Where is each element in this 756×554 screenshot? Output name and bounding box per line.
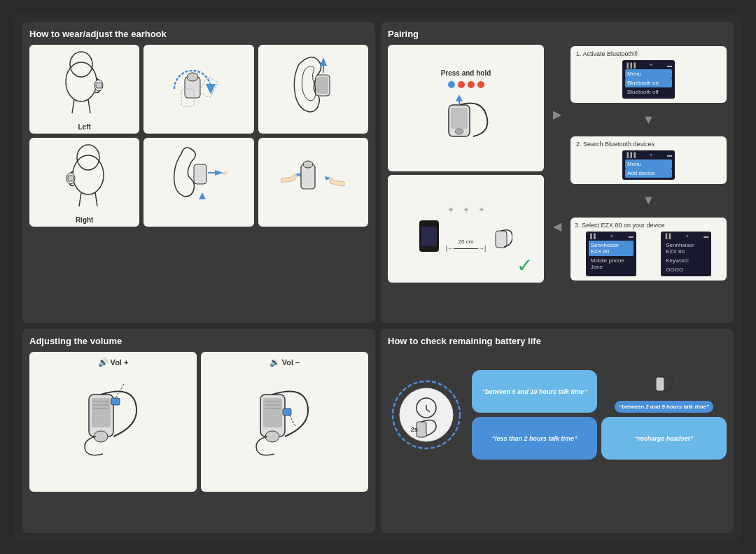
vol-minus-label: 🔉 Vol – bbox=[270, 357, 300, 367]
battery-content: 2s “between 5 and 10 hours talk time” “b… bbox=[388, 352, 727, 478]
headset-icon-1 bbox=[650, 370, 678, 398]
pairing-steps: 1. Activate Bluetooth® ▐▐▐ ✦ ▬ Menu Blue… bbox=[570, 45, 727, 283]
svg-rect-11 bbox=[317, 77, 328, 94]
svg-line-48 bbox=[288, 413, 295, 426]
svg-rect-19 bbox=[68, 176, 74, 181]
timer-2s: 2s bbox=[411, 426, 418, 433]
svg-rect-35 bbox=[92, 398, 111, 427]
vol-plus-cell: 🔊 Vol + bbox=[29, 352, 197, 492]
wear-cell-ear-top bbox=[258, 45, 368, 134]
vol-plus-icon: 🔊 bbox=[98, 357, 108, 367]
sennheiser-row-2: Sennheiser EZX 80 bbox=[664, 241, 708, 256]
pairing-arrows: ▶ ◀ bbox=[547, 45, 568, 283]
signal-icon-3: ▐▐ bbox=[589, 234, 596, 239]
svg-rect-29 bbox=[451, 108, 468, 129]
bt-icon-3: ✦ bbox=[610, 234, 614, 239]
led-2 bbox=[458, 81, 465, 88]
bt-off-row: Bluetooth off bbox=[625, 87, 672, 97]
svg-rect-5 bbox=[96, 83, 102, 88]
step3-title: 3. Select EZX 80 on your device bbox=[575, 222, 722, 229]
press-hold-label: Press and hold bbox=[441, 69, 491, 77]
speech-bubbles: “between 5 and 10 hours talk time” “betw… bbox=[472, 370, 727, 460]
wear-cell-finger bbox=[144, 138, 253, 227]
signal-icon-1: ▐▐▐ bbox=[625, 63, 636, 68]
signal-icon-4: ▐▐ bbox=[664, 234, 671, 239]
arrow-2: ◀ bbox=[553, 220, 561, 233]
svg-point-7 bbox=[187, 73, 198, 81]
pairing-section: Pairing Press and hold bbox=[381, 22, 734, 324]
battery-icon-1: ▬ bbox=[667, 63, 672, 68]
wear-grid: Left bbox=[29, 45, 368, 227]
headset-small-svg bbox=[493, 227, 512, 252]
bt-icon-1: ✦ bbox=[649, 62, 653, 68]
distance-label: 20 cm bbox=[458, 239, 474, 245]
vol-minus-icon: 🔉 bbox=[270, 357, 280, 367]
arrow-1: ▶ bbox=[553, 108, 561, 121]
svg-marker-23 bbox=[199, 192, 206, 199]
svg-rect-56 bbox=[656, 377, 664, 391]
svg-line-16 bbox=[79, 192, 81, 206]
left-ear-illustration bbox=[57, 50, 113, 127]
bt-icon-2: ✦ bbox=[649, 152, 653, 158]
battery-section: How to check remaining battery life bbox=[381, 329, 734, 533]
signal-icon-2: ▐▐▐ bbox=[625, 152, 636, 157]
vol-plus-svg bbox=[68, 370, 159, 468]
press-hold-box: Press and hold bbox=[388, 45, 544, 171]
vol-minus-svg bbox=[239, 370, 330, 468]
wear-section: How to wear/adjust the earhook Le bbox=[22, 22, 375, 324]
svg-point-25 bbox=[303, 161, 313, 168]
svg-rect-39 bbox=[111, 398, 120, 405]
step1-title: 1. Activate Bluetooth® bbox=[576, 50, 721, 57]
wear-cell-right: Right bbox=[29, 138, 139, 227]
step-arrow-down-1: ▼ bbox=[570, 113, 727, 127]
hands-illustration bbox=[274, 143, 351, 220]
pairing-step-3: 3. Select EZX 80 on your device ▐▐ ✦ ▬ S… bbox=[570, 218, 727, 280]
bubble-4: “recharge headset” bbox=[601, 417, 727, 460]
step-arrow-down-2: ▼ bbox=[570, 193, 727, 208]
bubble-3: “less than 2 hours talk time” bbox=[472, 417, 597, 460]
distance-box: ✦ ✦ ✦ 20 cm |← bbox=[388, 175, 544, 283]
svg-marker-31 bbox=[456, 94, 463, 101]
volume-section: Adjusting the volume 🔊 Vol + bbox=[22, 329, 375, 533]
svg-line-17 bbox=[95, 192, 97, 206]
bt-on-row: Bluetooth on bbox=[625, 78, 672, 87]
led-3 bbox=[468, 81, 475, 88]
keyword-row: Keyword: bbox=[664, 256, 708, 265]
menu-row-2: Menu bbox=[625, 159, 672, 169]
svg-rect-43 bbox=[263, 398, 282, 427]
wear-cell-adjust1 bbox=[144, 45, 253, 134]
volume-title: Adjusting the volume bbox=[29, 336, 368, 346]
svg-line-3 bbox=[88, 99, 90, 113]
battery-timer-svg: 2s bbox=[390, 378, 463, 452]
bt-icon-4: ✦ bbox=[685, 234, 690, 239]
pairing-step-1: 1. Activate Bluetooth® ▐▐▐ ✦ ▬ Menu Blue… bbox=[570, 46, 727, 103]
battery-icon-4: ▬ bbox=[704, 234, 708, 239]
left-label: Left bbox=[78, 123, 90, 131]
battery-title: How to check remaining battery life bbox=[388, 336, 727, 346]
step2-phone-screen: ▐▐▐ ✦ ▬ Menu Add device bbox=[622, 150, 675, 180]
menu-row-1: Menu bbox=[625, 69, 672, 78]
step3-phone-bottom: ▐▐ ✦ ▬ Sennheiser EZX 80 Keyword: OOOO bbox=[661, 232, 711, 276]
finger-illustration bbox=[160, 143, 237, 220]
svg-point-30 bbox=[455, 129, 463, 134]
oooo-row: OOOO bbox=[664, 265, 708, 274]
vol-plus-label: 🔊 Vol + bbox=[98, 357, 129, 367]
mobile-jane-row: Mobile phone Jane bbox=[589, 256, 634, 271]
battery-icon-2: ▬ bbox=[667, 152, 672, 157]
wear-title: How to wear/adjust the earhook bbox=[29, 29, 368, 39]
step2-title: 2. Search Bluetooth devices bbox=[576, 141, 721, 148]
volume-grid: 🔊 Vol + bbox=[29, 352, 368, 492]
svg-rect-47 bbox=[283, 409, 291, 416]
wear-cell-hands bbox=[258, 138, 368, 227]
svg-rect-55 bbox=[416, 422, 426, 437]
step3-phone-top: ▐▐ ✦ ▬ Sennheiser EZX 80 Mobile phone Ja… bbox=[586, 232, 636, 276]
led-4 bbox=[477, 81, 484, 88]
wear-cell-left: Left bbox=[29, 45, 139, 134]
bubble-1: “between 5 and 10 hours talk time” bbox=[472, 370, 597, 413]
battery-icon-3: ▬ bbox=[629, 234, 634, 239]
adjust-illustration bbox=[160, 50, 237, 127]
ear-top-illustration bbox=[285, 50, 341, 127]
leds-row bbox=[448, 81, 484, 88]
svg-line-2 bbox=[72, 99, 74, 113]
phone-device bbox=[419, 220, 439, 252]
